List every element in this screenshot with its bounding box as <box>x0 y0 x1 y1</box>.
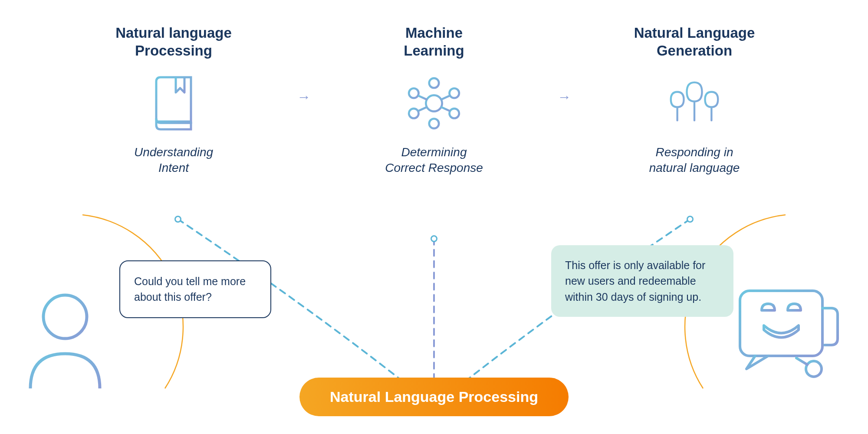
svg-line-10 <box>441 95 450 99</box>
arrow-right-icon: → <box>557 89 571 105</box>
stage-nlg: Natural LanguageGeneration Responding in… <box>612 24 777 176</box>
user-message-text: Could you tell me more about this offer? <box>134 275 246 303</box>
book-icon <box>143 73 204 134</box>
bot-message-text: This offer is only available for new use… <box>565 259 705 303</box>
svg-point-6 <box>449 108 459 118</box>
chatbot-icon <box>731 282 844 384</box>
svg-line-9 <box>418 95 427 99</box>
svg-rect-15 <box>740 291 822 356</box>
stage-ml: MachineLearning <box>352 24 516 176</box>
svg-point-16 <box>806 361 822 377</box>
arrow-right-icon: → <box>297 89 311 105</box>
stage-subtitle-ml: DeterminingCorrect Response <box>385 145 483 176</box>
user-icon <box>24 291 106 392</box>
svg-point-5 <box>409 108 418 118</box>
trees-icon <box>664 73 725 134</box>
user-speech-bubble: Could you tell me more about this offer? <box>119 260 271 318</box>
network-icon <box>404 73 464 134</box>
stage-title-ml: MachineLearning <box>404 24 464 60</box>
stage-title-nlg: Natural LanguageGeneration <box>634 24 755 60</box>
svg-point-2 <box>429 118 439 128</box>
pill-label: Natural Language Processing <box>330 388 538 405</box>
stage-subtitle-nlg: Responding innatural language <box>649 145 740 176</box>
stage-subtitle-nlp: UnderstandingIntent <box>134 145 213 176</box>
svg-point-1 <box>429 78 439 88</box>
svg-point-3 <box>409 88 418 98</box>
bot-speech-bubble: This offer is only available for new use… <box>551 245 733 317</box>
bottom-area: Could you tell me more about this offer?… <box>0 217 868 434</box>
svg-point-4 <box>449 88 459 98</box>
connector-dot <box>687 216 694 223</box>
svg-line-11 <box>418 107 427 111</box>
stage-title-nlp: Natural languageProcessing <box>115 24 232 60</box>
stage-nlp: Natural languageProcessing Understanding… <box>91 24 256 176</box>
svg-line-12 <box>441 107 450 111</box>
svg-point-14 <box>43 295 87 339</box>
connector-dot <box>174 216 181 223</box>
svg-point-0 <box>426 95 442 111</box>
connector-dot <box>431 235 437 242</box>
stages-row: Natural languageProcessing Understanding… <box>91 24 777 176</box>
nlp-pill: Natural Language Processing <box>299 378 569 416</box>
